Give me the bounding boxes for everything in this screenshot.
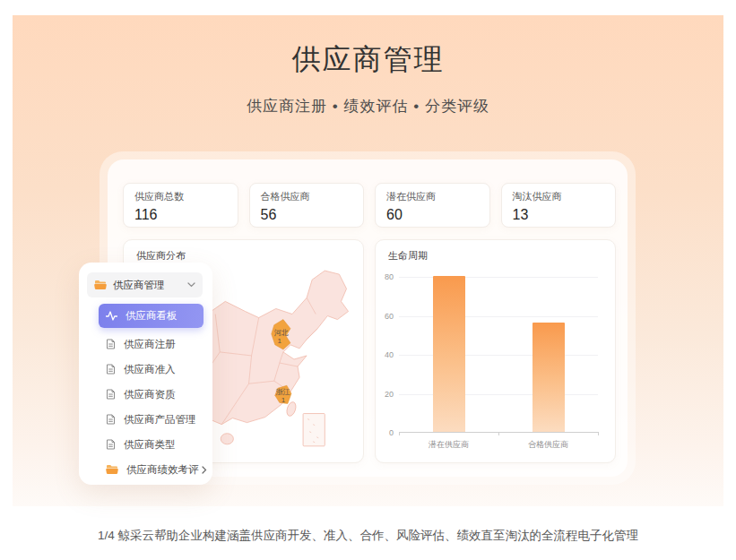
stat-value: 13 (513, 207, 605, 223)
y-axis-tick-label: 60 (385, 312, 394, 321)
activity-icon (106, 311, 117, 321)
folder-icon (106, 464, 118, 475)
y-axis-tick-label: 80 (385, 272, 394, 281)
hainan-island (221, 434, 233, 444)
folder-icon (94, 280, 107, 290)
footer-caption: 1/4 鲸采云帮助企业构建涵盖供应商开发、准入、合作、风险评估、绩效直至淘汰的全… (0, 528, 736, 544)
map-card-title: 供应商分布 (136, 249, 186, 263)
bar-1 (433, 276, 465, 432)
stat-label: 供应商总数 (134, 190, 227, 203)
gridline (399, 316, 598, 317)
stat-value: 56 (261, 207, 353, 223)
menu-item-label: 供应商准入 (124, 363, 176, 376)
stat-card-potential-suppliers: 潜在供应商 60 (375, 183, 490, 228)
chart-plot: 020406080潜在供应商合格供应商 (399, 277, 598, 433)
menu-item-supplier-registration[interactable]: 供应商注册 (99, 332, 203, 357)
y-axis-tick-label: 0 (389, 428, 394, 437)
x-axis-category-label: 合格供应商 (528, 439, 568, 451)
bar-2 (533, 323, 565, 432)
menu-item-label: 供应商资质 (124, 388, 176, 401)
map-region-zhejiang-name: 浙江 (276, 388, 290, 396)
document-icon (106, 389, 116, 400)
chevron-down-icon (187, 282, 195, 288)
document-icon (106, 414, 116, 425)
supplier-management-page: 供应商管理 供应商注册 • 绩效评估 • 分类评级 供应商总数 116 合格供应… (0, 0, 736, 560)
stat-card-qualified-suppliers: 合格供应商 56 (249, 183, 365, 228)
page-title: 供应商管理 (13, 40, 723, 80)
menu-item-label: 供应商看板 (126, 309, 178, 323)
menu-item-label: 供应商注册 (124, 338, 176, 351)
stat-value: 60 (386, 207, 479, 223)
menu-item-supplier-qualification[interactable]: 供应商资质 (99, 382, 203, 407)
stat-value: 116 (134, 207, 227, 223)
y-axis-tick-label: 20 (385, 390, 394, 399)
stats-row: 供应商总数 116 合格供应商 56 潜在供应商 60 淘汰供应商 13 (123, 183, 616, 228)
map-region-hebei-name: 河北 (274, 329, 289, 337)
document-icon (106, 339, 116, 349)
stat-card-total-suppliers: 供应商总数 116 (123, 183, 238, 228)
menu-item-label: 供应商类型 (124, 438, 176, 452)
menu-list: 供应商看板 供应商注册 供应商准入 供应商资质 (99, 304, 203, 482)
map-region-zhejiang-value: 1 (281, 396, 286, 404)
lifecycle-chart-card: 生命周期 020406080潜在供应商合格供应商 (375, 239, 616, 463)
page-subtitle: 供应商注册 • 绩效评估 • 分类评级 (13, 96, 723, 116)
menu-header-supplier-management[interactable]: 供应商管理 (87, 272, 203, 297)
stat-label: 合格供应商 (261, 190, 353, 203)
menu-header-label: 供应商管理 (113, 279, 165, 292)
axis-tick (399, 432, 400, 435)
menu-item-supplier-type[interactable]: 供应商类型 (99, 432, 203, 457)
menu-item-supplier-admission[interactable]: 供应商准入 (99, 357, 203, 382)
axis-tick (498, 432, 499, 435)
gridline (399, 394, 598, 395)
gridline (399, 277, 598, 278)
menu-item-supplier-product-management[interactable]: 供应商产品管理 (99, 407, 203, 432)
document-icon (106, 439, 116, 450)
x-axis-category-label: 潜在供应商 (429, 439, 469, 451)
stat-card-eliminated-suppliers: 淘汰供应商 13 (501, 183, 617, 228)
gridline (399, 355, 598, 356)
chart-title: 生命周期 (388, 249, 428, 263)
y-axis-tick-label: 40 (385, 350, 394, 359)
chevron-right-icon (202, 466, 207, 474)
supplier-menu: 供应商管理 供应商看板 供应商注册 (79, 263, 212, 485)
stat-label: 淘汰供应商 (513, 190, 605, 203)
menu-item-supplier-performance-review[interactable]: 供应商绩效考评 (99, 457, 203, 482)
menu-item-label: 供应商绩效考评 (126, 463, 199, 477)
axis-tick (598, 432, 599, 435)
stat-label: 潜在供应商 (386, 190, 479, 203)
south-china-sea-inset (303, 414, 325, 446)
map-region-hebei-value: 1 (278, 337, 282, 345)
document-icon (106, 364, 116, 375)
menu-item-supplier-dashboard[interactable]: 供应商看板 (99, 304, 203, 328)
menu-item-label: 供应商产品管理 (124, 413, 196, 426)
